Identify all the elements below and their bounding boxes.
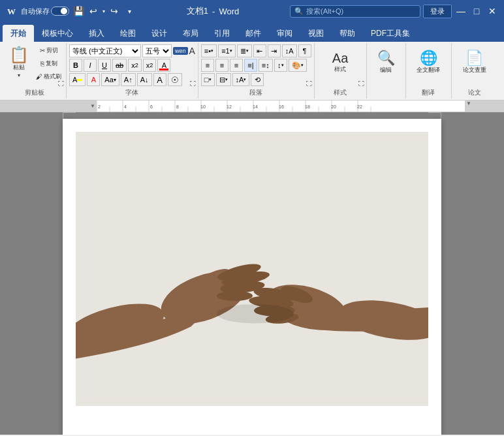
save-icon[interactable]: 💾 — [72, 5, 85, 18]
shrink-font-button[interactable]: A↓ — [137, 73, 152, 86]
font-name-select[interactable]: 等线 (中文正文) — [69, 44, 141, 57]
tab-view[interactable]: 视图 — [300, 25, 332, 42]
minimize-button[interactable]: — — [454, 5, 467, 18]
document-image[interactable] — [76, 132, 428, 406]
line-spacing-button[interactable]: ↕▾ — [274, 59, 287, 72]
styles-group-content: Aa 样式 — [328, 44, 352, 87]
bullet-list-button[interactable]: ≡•▾ — [201, 44, 217, 57]
superscript-button[interactable]: x2 — [143, 59, 157, 72]
font-color2-button[interactable]: A — [87, 73, 100, 86]
styles-button[interactable]: Aa 样式 — [328, 44, 352, 81]
svg-text:10: 10 — [200, 104, 206, 109]
paper-check-button[interactable]: 📄 论文查重 — [459, 44, 490, 81]
ruler-track: ▼ — [0, 101, 504, 112]
align-left-button[interactable]: ≡ — [201, 59, 214, 72]
font-size-select[interactable]: 五号 小四 四号 — [142, 44, 172, 57]
tab-help[interactable]: 帮助 — [332, 25, 363, 42]
font-color-btn[interactable]: A — [157, 59, 170, 72]
grow-font-button[interactable]: A↑ — [121, 73, 136, 86]
edit-group: 🔍 编辑 — [367, 43, 406, 99]
search-input[interactable] — [306, 7, 411, 15]
tab-template[interactable]: 模板中心 — [34, 25, 81, 42]
font-row3: A A Aa▾ A↑ A↓ A ☉ — [69, 73, 182, 86]
undo-button[interactable]: ↩ — [87, 6, 99, 16]
decrease-indent-button[interactable]: ⇤ — [253, 44, 266, 57]
column-button[interactable]: ⊟▾ — [216, 73, 231, 86]
paste-button[interactable]: 📋 粘贴 ▾ — [5, 44, 33, 81]
justify-button[interactable]: ≡| — [244, 59, 257, 72]
customize-qat-icon[interactable]: ▾ — [123, 5, 136, 18]
subscript-button[interactable]: x2 — [128, 59, 142, 72]
text-dir-button[interactable]: ⟲ — [251, 73, 264, 86]
italic-button[interactable]: I — [84, 59, 97, 72]
redo-button[interactable]: ↪ — [108, 6, 120, 16]
font-a-large-icon[interactable]: A — [189, 46, 195, 56]
align-right-button[interactable]: ≡ — [230, 59, 243, 72]
title-bar-left: W 自动保存 💾 ↩ ▾ ↪ ▾ — [5, 5, 136, 18]
paper-check-icon: 📄 — [465, 51, 483, 65]
tab-home[interactable]: 开始 — [3, 25, 34, 42]
tab-draw[interactable]: 绘图 — [112, 25, 144, 42]
translate-label: 全文翻译 — [417, 66, 440, 74]
autosave-toggle[interactable]: 自动保存 — [21, 7, 69, 16]
document-area[interactable] — [0, 112, 504, 435]
toggle-pill[interactable] — [51, 7, 69, 16]
translate-button[interactable]: 🌐 全文翻译 — [413, 44, 444, 81]
document-page[interactable] — [63, 119, 441, 435]
tab-design[interactable]: 设计 — [144, 25, 175, 42]
svg-text:4: 4 — [124, 104, 127, 109]
clipboard-expand-icon[interactable]: ⛶ — [58, 80, 64, 87]
styles-group: Aa 样式 样式 ⛶ — [315, 43, 367, 99]
paste-icon: 📋 — [9, 47, 29, 63]
svg-text:14: 14 — [253, 104, 258, 109]
copy-button[interactable]: ⎘ 复制 — [34, 57, 63, 69]
format-painter-icon: 🖌 — [36, 73, 42, 80]
tab-references[interactable]: 引用 — [206, 25, 238, 42]
numbered-list-button[interactable]: ≡1▾ — [218, 44, 236, 57]
edit-group-content: 🔍 编辑 — [373, 44, 399, 96]
tab-layout[interactable]: 布局 — [175, 25, 206, 42]
shading-button[interactable]: 🎨▾ — [289, 59, 307, 72]
highlight-button[interactable]: A — [69, 73, 86, 86]
bold-button[interactable]: B — [69, 59, 82, 72]
autosave-label: 自动保存 — [21, 7, 50, 16]
justify2-button[interactable]: ≡↕ — [259, 59, 273, 72]
paste-label: 粘贴 — [13, 63, 25, 72]
tab-pdf[interactable]: PDF工具集 — [363, 25, 418, 42]
increase-indent-button[interactable]: ⇥ — [268, 44, 281, 57]
clear-format-button[interactable]: A — [153, 73, 166, 86]
tab-review[interactable]: 审阅 — [269, 25, 300, 42]
text-effect-button[interactable]: ☉ — [168, 73, 182, 86]
tab-insert[interactable]: 插入 — [81, 25, 112, 42]
search-box[interactable]: 🔍 — [290, 5, 420, 18]
clipboard-label: 剪贴板 — [5, 88, 63, 97]
font-expand-icon[interactable]: ⛶ — [190, 80, 196, 87]
tab-mailings[interactable]: 邮件 — [238, 25, 269, 42]
sort2-button[interactable]: ↕A▾ — [232, 73, 250, 86]
translate-icon: 🌐 — [420, 51, 437, 65]
clipboard-group: 📋 粘贴 ▾ ✂ 剪切 ⎘ 复制 🖌 格式刷 剪贴板 ⛶ — [3, 43, 67, 99]
strikethrough-button[interactable]: ab — [112, 59, 127, 72]
font-label: 字体 — [69, 88, 195, 97]
svg-text:2: 2 — [98, 104, 101, 109]
align-center-button[interactable]: ≡ — [215, 59, 228, 72]
undo-dropdown-button[interactable]: ▾ — [101, 8, 107, 14]
edit-button[interactable]: 🔍 编辑 — [373, 44, 399, 81]
svg-text:6: 6 — [150, 104, 153, 109]
case-button[interactable]: Aa▾ — [101, 73, 119, 86]
maximize-button[interactable]: □ — [470, 5, 483, 18]
paste-dropdown-icon: ▾ — [18, 72, 20, 78]
show-formatting-button[interactable]: ¶ — [298, 44, 311, 57]
underline-button[interactable]: U — [98, 59, 111, 72]
clipboard-sub-btns: ✂ 剪切 ⎘ 复制 🖌 格式刷 — [34, 44, 63, 82]
close-button[interactable]: ✕ — [486, 5, 499, 18]
translate-label-bottom: 翻译 — [409, 88, 449, 97]
border-button[interactable]: □▾ — [201, 73, 215, 86]
paragraph-expand-icon[interactable]: ⛶ — [306, 80, 312, 87]
login-button[interactable]: 登录 — [423, 5, 452, 18]
styles-expand-icon[interactable]: ⛶ — [358, 80, 364, 87]
sort-button[interactable]: ↕A — [282, 44, 297, 57]
cut-button[interactable]: ✂ 剪切 — [34, 44, 63, 56]
multilevel-list-button[interactable]: ≣▾ — [237, 44, 252, 57]
ruler-light: 2 4 6 8 10 12 14 16 18 20 22 — [97, 101, 465, 112]
